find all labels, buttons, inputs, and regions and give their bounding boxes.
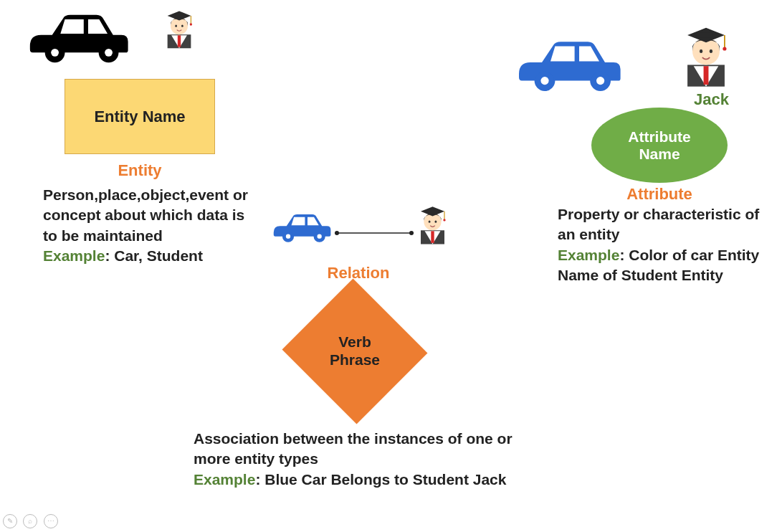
- relation-line: [335, 227, 414, 239]
- relation-example-text: : Blue Car Belongs to Student Jack: [255, 471, 506, 488]
- student-jack-icon: [674, 22, 738, 92]
- svg-point-1: [51, 49, 59, 57]
- svg-point-11: [190, 23, 192, 25]
- entity-desc: Person,place,object,event or concept abo…: [43, 186, 248, 244]
- svg-point-26: [443, 219, 445, 221]
- svg-point-15: [318, 234, 322, 239]
- svg-point-22: [429, 221, 431, 223]
- attribute-desc-block: Property or characteristic of an entity …: [558, 204, 773, 285]
- entity-example-text: : Car, Student: [105, 247, 203, 264]
- svg-rect-9: [176, 14, 183, 17]
- svg-rect-24: [429, 210, 437, 213]
- relation-title: Relation: [301, 264, 416, 282]
- svg-point-13: [286, 234, 290, 239]
- jack-label: Jack: [694, 90, 729, 109]
- attribute-example-label: Example: [558, 247, 619, 263]
- relation-desc: Association between the instances of one…: [194, 430, 513, 467]
- svg-point-38: [723, 47, 726, 50]
- entity-title: Entity: [65, 161, 215, 180]
- svg-rect-32: [704, 66, 709, 85]
- entity-shape: Entity Name: [65, 79, 215, 154]
- svg-point-3: [105, 49, 113, 57]
- car-black-icon: [22, 7, 133, 71]
- toolbar-icon-1[interactable]: ✎: [3, 514, 17, 528]
- student-icon: [158, 7, 201, 53]
- toolbar: ✎ ⌕ ⋯: [3, 513, 61, 528]
- car-blue-small-icon: [269, 208, 333, 250]
- relation-shape-label: VerbPhrase: [283, 333, 426, 369]
- svg-point-34: [700, 49, 702, 53]
- svg-rect-36: [700, 33, 712, 38]
- attribute-shape: AttributeName: [591, 108, 728, 183]
- svg-point-28: [540, 77, 548, 85]
- svg-point-17: [335, 231, 339, 235]
- relation-shape: VerbPhrase: [283, 301, 426, 402]
- svg-point-8: [181, 25, 183, 27]
- entity-example-label: Example: [43, 247, 105, 264]
- attribute-desc: Property or characteristic of an entity: [558, 206, 759, 242]
- entity-desc-block: Person,place,object,event or concept abo…: [43, 185, 258, 266]
- attribute-title: Attribute: [591, 185, 728, 204]
- attribute-shape-label: AttributeName: [628, 128, 691, 163]
- svg-point-30: [596, 77, 604, 85]
- svg-point-7: [175, 25, 177, 27]
- zoom-icon[interactable]: ⌕: [23, 514, 37, 528]
- car-blue-icon: [510, 33, 625, 100]
- svg-rect-5: [178, 35, 181, 47]
- svg-rect-20: [431, 231, 434, 243]
- entity-shape-label: Entity Name: [94, 108, 185, 126]
- more-icon[interactable]: ⋯: [44, 514, 58, 528]
- svg-point-23: [435, 221, 437, 223]
- relation-desc-block: Association between the instances of one…: [194, 429, 538, 490]
- svg-point-35: [710, 49, 712, 53]
- relation-example-label: Example: [194, 471, 255, 488]
- student-small-icon: [413, 202, 452, 250]
